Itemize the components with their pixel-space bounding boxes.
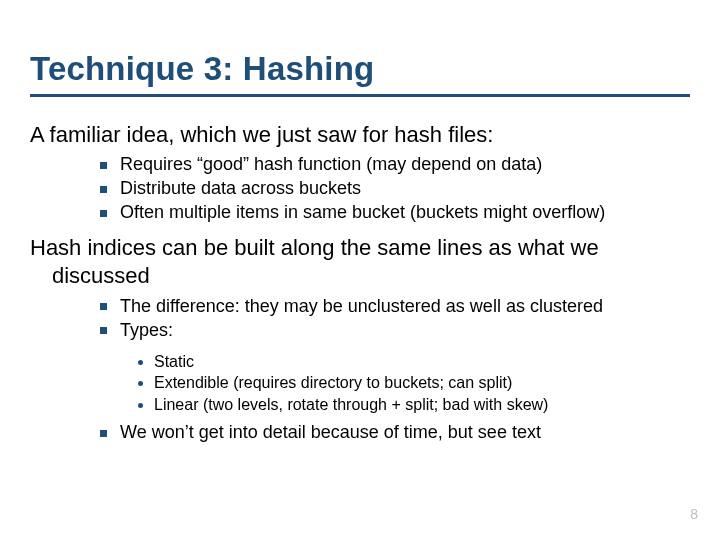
page-number: 8	[690, 506, 698, 522]
bullet-list-3: We won’t get into detail because of time…	[30, 421, 690, 444]
list-item: The difference: they may be unclustered …	[100, 295, 690, 318]
list-item: Distribute data across buckets	[100, 177, 690, 200]
list-item: Requires “good” hash function (may depen…	[100, 153, 690, 176]
slide: Technique 3: Hashing A familiar idea, wh…	[0, 0, 720, 540]
bullet-list-1: Requires “good” hash function (may depen…	[30, 153, 690, 224]
list-item: Extendible (requires directory to bucket…	[138, 373, 690, 393]
title-underline	[30, 94, 690, 97]
list-item: We won’t get into detail because of time…	[100, 421, 690, 444]
intro-paragraph-2: Hash indices can be built along the same…	[30, 234, 690, 290]
list-item: Linear (two levels, rotate through + spl…	[138, 395, 690, 415]
intro-paragraph-1: A familiar idea, which we just saw for h…	[30, 121, 690, 149]
slide-title: Technique 3: Hashing	[30, 50, 690, 88]
list-item: Static	[138, 352, 690, 372]
bullet-list-2: The difference: they may be unclustered …	[30, 295, 690, 342]
list-item: Often multiple items in same bucket (buc…	[100, 201, 690, 224]
sub-bullet-list-types: Static Extendible (requires directory to…	[30, 352, 690, 415]
list-item: Types:	[100, 319, 690, 342]
slide-body: A familiar idea, which we just saw for h…	[30, 121, 690, 444]
